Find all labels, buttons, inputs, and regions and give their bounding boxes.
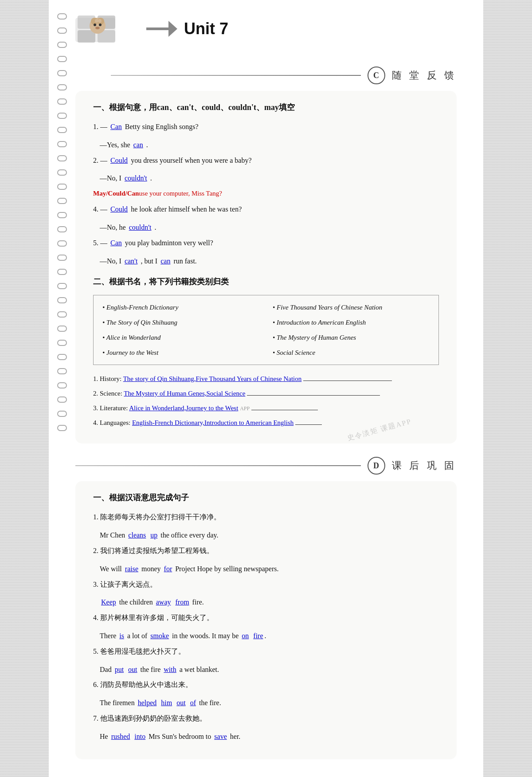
book-2: • The Story of Qin Shihuang (102, 316, 259, 329)
d4-ans4: fire (252, 630, 264, 643)
mascot-icon (75, 13, 120, 44)
item1b-answer: can (132, 139, 145, 152)
d5-ans3: with (162, 663, 177, 676)
book-6: • Introduction to American English (273, 316, 430, 329)
cat3-answer: Alice in Wonderland,Journey to the West (129, 404, 238, 412)
books-classification-box: • English-French Dictionary • Five Thous… (93, 295, 439, 365)
item1b-suffix: . (146, 141, 148, 149)
d-item-3-cn: 3. 让孩子离火远点。 (93, 578, 439, 591)
d5-ans1: put (113, 663, 125, 676)
classification-answers: 1. History: The story of Qin Shihuang,Fi… (93, 372, 439, 430)
svg-point-12 (98, 19, 102, 23)
d7-ans2: into (133, 730, 147, 743)
item5b-answer2: can (159, 255, 172, 268)
exercise-item-2: 2. — Could you dress yourself when you w… (93, 154, 439, 167)
d-item-5-cn: 5. 爸爸用湿毛毯把火扑灭了。 (93, 645, 439, 658)
exercise-item-5b: —No, I can't , but I can run fast. (100, 255, 439, 268)
section-d-box: 一、根据汉语意思完成句子 1. 陈老师每天将办公室打扫得干干净净。 Mr Che… (75, 481, 457, 759)
exercise2-title: 二、根据书名，将下列书籍按类别归类 (93, 276, 439, 287)
d6-ans4: of (189, 697, 197, 710)
exercise-item-4: 4. — Could he look after himself when he… (93, 203, 439, 216)
item4b-prefix: —No, he (100, 224, 128, 231)
exercise1-title: 一、根据句意，用can、can't、could、couldn't、may填空 (93, 102, 439, 113)
exercise-item-1: 1. — Can Betty sing English songs? (93, 121, 439, 133)
d2-ans1: raise (124, 563, 140, 576)
section-line (111, 75, 361, 76)
item5-prefix: 5. — (93, 239, 107, 247)
section-c-box: 一、根据句意，用can、can't、could、couldn't、may填空 1… (75, 91, 457, 443)
d3-ans2: away (155, 596, 172, 609)
d-item-4-cn: 4. 那片树林里有许多烟，可能失火了。 (93, 612, 439, 624)
d1-ans1: cleans (127, 529, 147, 542)
cat-3: 3. Literature: Alice in Wonderland,Journ… (93, 401, 439, 416)
section-c-badge: C (368, 67, 385, 84)
d-item-1-cn: 1. 陈老师每天将办公室打扫得干干净净。 (93, 511, 439, 524)
d6-ans2: him (160, 697, 173, 710)
exercise-item-3-note: May/Could/Canuse your computer, Miss Tan… (93, 188, 439, 200)
svg-point-10 (95, 27, 100, 29)
page: Unit 7 C 随 堂 反 馈 一、根据句意，用can、can't、could… (49, 0, 483, 777)
item2b-answer: couldn't (123, 172, 149, 185)
d-item-1-en: Mr Chen cleans up the office every day. (100, 529, 439, 542)
book-1: • English-French Dictionary (102, 301, 259, 314)
d3-ans1: Keep (100, 596, 117, 609)
unit-title: Unit 7 (184, 20, 228, 38)
item5b-suffix: run fast. (173, 257, 196, 265)
item4b-suffix: . (155, 224, 156, 231)
item4-text1: he look after himself when he was ten? (131, 205, 242, 213)
spiral-binding (53, 0, 71, 777)
d7-ans1: rushed (110, 730, 132, 743)
section-d-badge: D (368, 457, 385, 475)
d-item-6-cn: 6. 消防员帮助他从火中逃出来。 (93, 679, 439, 691)
exercised1-title: 一、根据汉语意思完成句子 (93, 492, 439, 503)
item1-text1: Betty sing English songs? (125, 123, 199, 130)
cat4-answer: English-French Dictionary,Introduction t… (132, 419, 293, 426)
item5-answer1: Can (109, 237, 123, 250)
cat-2: 2. Science: The Mystery of Human Genes,S… (93, 386, 439, 401)
section-d-title: 课 后 巩 固 (392, 459, 457, 472)
book-8: • Social Science (273, 346, 430, 359)
d-item-7-en: He rushed into Mrs Sun's bedroom to save… (100, 730, 439, 743)
item2-answer1: Could (109, 154, 129, 167)
section-c-header: C 随 堂 反 馈 (75, 67, 457, 84)
item3-note-text: May/Could/Can (93, 190, 139, 197)
svg-point-9 (99, 24, 102, 26)
exercise-item-4b: —No, he couldn't . (100, 221, 439, 234)
item3-suffix: use your computer, Miss Tang? (139, 190, 222, 197)
books-grid: • English-French Dictionary • Five Thous… (102, 301, 430, 359)
d-item-2-en: We will raise money for Project Hope by … (100, 563, 439, 576)
item2b-prefix: —No, I (100, 174, 123, 182)
section-c-title: 随 堂 反 馈 (392, 69, 457, 82)
item5b-prefix: —No, I (100, 257, 123, 265)
item5b-answer1: can't (123, 255, 139, 268)
item5-text1: you play badminton very well? (125, 239, 213, 247)
page-header: Unit 7 (75, 9, 457, 53)
item1-answer1: Can (109, 121, 123, 133)
d7-ans3: save (213, 730, 228, 743)
item2-prefix: 2. — (93, 157, 107, 164)
unit-title-area: Unit 7 (146, 20, 228, 38)
d-item-5-en: Dad put out the fire with a wet blanket. (100, 663, 439, 676)
d4-ans3: on (240, 630, 250, 643)
book-5: • Five Thousand Years of Chinese Nation (273, 301, 430, 314)
item2b-suffix: . (150, 174, 152, 182)
d2-ans2: for (163, 563, 174, 576)
item4-prefix: 4. — (93, 205, 107, 213)
exercise-item-1b: —Yes, she can . (100, 139, 439, 152)
d-item-6-en: The firemen helped him out of the fire. (100, 697, 439, 710)
item1-prefix: 1. — (93, 123, 107, 130)
d6-ans1: helped (137, 697, 158, 710)
cat-1: 1. History: The story of Qin Shihuang,Fi… (93, 372, 439, 386)
cat1-answer: The story of Qin Shihuang,Five Thousand … (123, 375, 302, 382)
book-7: • The Mystery of Human Genes (273, 331, 430, 344)
d5-ans2: out (127, 663, 138, 676)
item4-answer1: Could (109, 203, 129, 216)
d-item-2-cn: 2. 我们将通过卖报纸为希望工程筹钱。 (93, 545, 439, 557)
d1-ans2: up (149, 529, 159, 542)
d-item-3-en: Keep the children away from fire. (100, 596, 439, 609)
page-footer: 118 (75, 773, 457, 777)
section-d-header: D 课 后 巩 固 (75, 457, 457, 475)
exercise-item-5: 5. — Can you play badminton very well? (93, 237, 439, 250)
d-item-4-en: There is a lot of smoke in the woods. It… (100, 630, 439, 643)
d4-ans1: is (118, 630, 125, 643)
